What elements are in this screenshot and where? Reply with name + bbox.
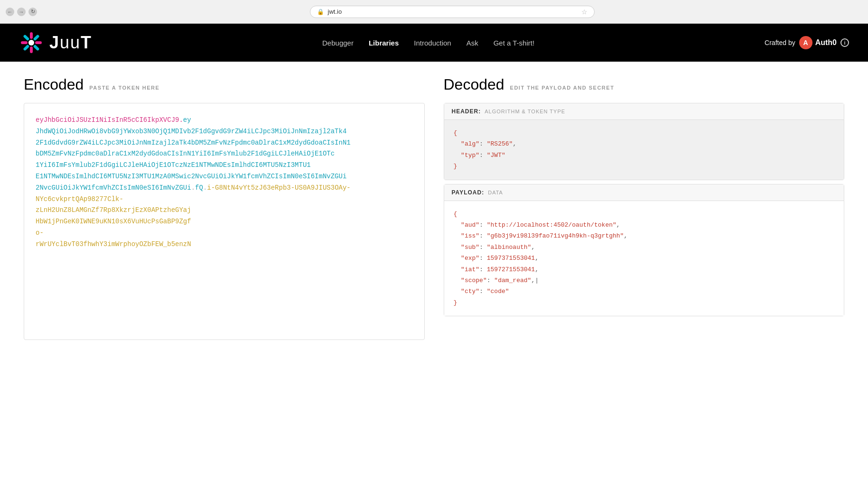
header-alg-value: "RS256" (487, 140, 513, 147)
nav-libraries[interactable]: Libraries (369, 39, 399, 47)
payload-scope-key: "scope" (461, 277, 487, 284)
token-payload-line2: JhdWQiOiJodHRwOi8vbG9jYWxob3N0OjQ1MDIvb2… (36, 128, 346, 135)
header-typ-key: "typ" (461, 152, 479, 159)
header-close-brace: } (454, 163, 457, 170)
payload-label: PAYLOAD: (452, 189, 485, 196)
payload-sublabel: DATA (488, 190, 503, 195)
token-payload-part: ey (183, 116, 191, 124)
encoded-title: Encoded (24, 76, 84, 93)
auth0-badge: A Auth0 (799, 36, 837, 49)
auth0-text: Auth0 (815, 38, 837, 47)
payload-cty-key: "cty" (461, 288, 479, 295)
svg-rect-1 (33, 34, 40, 41)
decoded-header: Decoded EDIT THE PAYLOAD AND SECRET (444, 76, 845, 93)
nav-tshirt[interactable]: Get a T-shirt! (494, 39, 534, 47)
header-alg-key: "alg" (461, 140, 479, 147)
token-sig-part1: i-G8NtN4vYt5zJ63eRpb3-US0A9JIUS3OAy- (207, 184, 350, 192)
navbar: JuuT Debugger Libraries Introduction Ask… (0, 24, 868, 62)
encoded-header: Encoded PASTE A TOKEN HERE (24, 76, 425, 93)
token-payload-line3: 2F1dGdvdG9rZW4iLCJpc3MiOiJnNmIzajl2aTk4b… (36, 139, 351, 147)
svg-point-8 (28, 40, 34, 46)
token-payload-line4: bDM5ZmFvNzFpdmc0aDlraC1xM2dydGdoaCIsInN1… (36, 150, 335, 157)
nav-ask[interactable]: Ask (467, 39, 478, 47)
token-sig-line3: zLnH2UnZ8LAMGnZf7Rp8XkzrjEzX0APtzheGYaj (36, 206, 191, 214)
encoded-subtitle: PASTE A TOKEN HERE (89, 85, 159, 91)
header-panel: HEADER: ALGORITHM & TOKEN TYPE { "alg": … (444, 103, 845, 180)
token-payload-line7: 2NvcGUiOiJkYW1fcmVhZCIsImN0eSI6ImNvZGUi (36, 184, 191, 192)
token-sig-start: fQ (195, 184, 203, 192)
token-sig-line5: o- (36, 229, 44, 237)
payload-panel: PAYLOAD: DATA { "aud": "http://localhost… (444, 184, 845, 317)
main-content: Encoded PASTE A TOKEN HERE eyJhbGciOiJSU… (0, 62, 868, 477)
payload-close-brace: } (454, 299, 457, 306)
nav-debugger[interactable]: Debugger (322, 39, 354, 47)
payload-iat-key: "iat" (461, 266, 479, 273)
encoded-section: Encoded PASTE A TOKEN HERE eyJhbGciOiJSU… (24, 76, 425, 463)
forward-button[interactable]: → (17, 8, 26, 16)
payload-aud-value: "http://localhost:4502/oauth/token" (487, 221, 616, 229)
token-input[interactable]: eyJhbGciOiJSUzI1NiIsInR5cCI6IkpXVCJ9.ey … (24, 103, 425, 340)
svg-rect-6 (21, 41, 28, 44)
payload-open-brace: { (454, 211, 457, 218)
payload-cty-value: "code" (487, 288, 509, 295)
address-bar[interactable]: 🔒 jwt.io ☆ (310, 6, 595, 18)
svg-rect-7 (23, 34, 29, 41)
payload-exp-value: 1597371553041 (487, 255, 535, 262)
url-text: jwt.io (328, 8, 578, 15)
payload-iss-value: "g6b3j9vi98l39fao71ivg4h9kh-q3grtghh" (487, 232, 624, 239)
refresh-button[interactable]: ↻ (28, 8, 37, 16)
jwt-logo-icon (19, 30, 44, 55)
browser-chrome: ← → ↻ 🔒 jwt.io ☆ (0, 0, 868, 24)
token-sig-line6: rWrUYclBvT03fhwhY3imWrphoyOZbFEW_b5enzN (36, 240, 191, 248)
browser-nav-buttons[interactable]: ← → ↻ (6, 8, 37, 16)
payload-scope-value: "dam_read" (494, 277, 531, 284)
payload-sub-key: "sub" (461, 244, 479, 251)
svg-rect-0 (30, 32, 33, 39)
payload-panel-header: PAYLOAD: DATA (444, 184, 844, 201)
crafted-by-text: Crafted by (765, 39, 795, 46)
payload-sub-value: "albinoauth" (487, 244, 532, 251)
payload-iat-value: 1597271553041 (487, 266, 535, 273)
decoded-subtitle: EDIT THE PAYLOAD AND SECRET (510, 85, 615, 91)
nav-introduction[interactable]: Introduction (414, 39, 451, 47)
decoded-section: Decoded EDIT THE PAYLOAD AND SECRET HEAD… (444, 76, 845, 463)
svg-rect-5 (23, 45, 29, 51)
token-sig-line4: HbW1jPnGeK0IWNE9uKN10sX6VuHUcPsGaBP9Zgf (36, 218, 191, 225)
token-payload-line5: 1YiI6ImFsYmlub2F1dGgiLCJleHAiOjE1OTczNzE… (36, 161, 311, 169)
payload-iss-key: "iss" (461, 232, 479, 239)
auth0-logo-icon: A (799, 36, 812, 49)
payload-aud-key: "aud" (461, 221, 479, 229)
svg-rect-2 (35, 41, 42, 44)
header-label: HEADER: (452, 108, 481, 115)
back-button[interactable]: ← (6, 8, 14, 16)
header-typ-value: "JWT" (487, 152, 505, 159)
bookmark-icon[interactable]: ☆ (581, 8, 588, 16)
token-header-part: eyJhbGciOiJSUzI1NiIsInR5cCI6IkpXVCJ9. (36, 116, 183, 124)
token-sig-line2: NYc6cvkprtQAp98277Clk- (36, 195, 123, 203)
navbar-links[interactable]: Debugger Libraries Introduction Ask Get … (322, 39, 534, 47)
header-panel-body[interactable]: { "alg": "RS256", "typ": "JWT" } (444, 120, 844, 180)
lock-icon: 🔒 (317, 9, 324, 15)
svg-rect-3 (33, 45, 40, 51)
svg-rect-4 (30, 46, 33, 53)
header-open-brace: { (454, 129, 457, 137)
decoded-title: Decoded (444, 76, 504, 93)
header-sublabel: ALGORITHM & TOKEN TYPE (485, 109, 565, 114)
navbar-logo: JuuT (19, 30, 92, 55)
token-payload-line6: E1NTMwNDEsImlhdCI6MTU5NzI3MTU1MzA0MSwic2… (36, 173, 346, 180)
header-panel-header: HEADER: ALGORITHM & TOKEN TYPE (444, 103, 844, 120)
info-icon[interactable]: i (840, 38, 849, 47)
crafted-by: Crafted by A Auth0 i (765, 36, 849, 49)
logo-text: JuuT (49, 33, 92, 53)
payload-exp-key: "exp" (461, 255, 479, 262)
payload-panel-body[interactable]: { "aud": "http://localhost:4502/oauth/to… (444, 201, 844, 316)
